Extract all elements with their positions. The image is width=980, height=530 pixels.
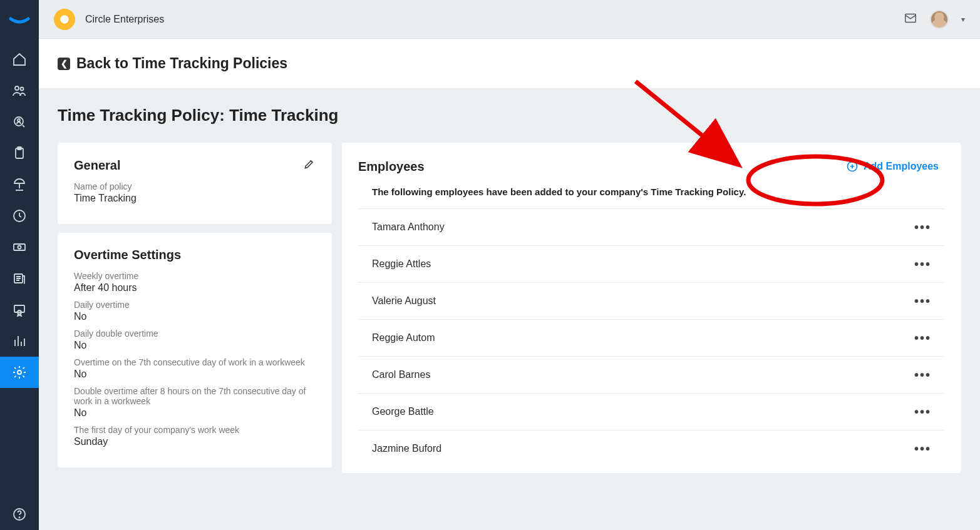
top-header: Circle Enterprises ▾ [39,0,980,39]
employee-name: Jazmine Buford [372,443,441,454]
page-title: Time Tracking Policy: Time Tracking [58,106,961,125]
svg-rect-10 [14,305,24,312]
employee-row: George Battle••• [358,393,945,430]
nav-search-person[interactable] [0,106,39,138]
employee-row: Carol Barnes••• [358,356,945,393]
back-arrow-icon: ❮ [58,58,70,70]
svg-rect-7 [14,244,25,250]
employees-title: Employees [358,160,425,174]
daily-double-ot-label: Daily double overtime [74,329,316,339]
nav-money[interactable] [0,232,39,263]
nav-news[interactable] [0,263,39,294]
employee-actions-menu[interactable]: ••• [914,261,931,267]
employees-card: Employees Add Employees The following em… [342,143,961,473]
back-link[interactable]: ❮ Back to Time Tracking Policies [58,55,961,72]
company-name: Circle Enterprises [85,14,164,25]
first-day-label: The first day of your company's work wee… [74,425,316,435]
back-link-label: Back to Time Tracking Policies [76,55,287,72]
first-day-value: Sunday [74,436,316,447]
employee-actions-menu[interactable]: ••• [914,409,931,415]
employee-name: George Battle [372,406,434,417]
svg-point-14 [19,517,20,518]
main-area: ❮ Back to Time Tracking Policies Time Tr… [39,39,980,530]
nav-timeoff[interactable] [0,169,39,200]
svg-point-1 [21,88,24,91]
employee-name: Carol Barnes [372,369,430,380]
double-seventh-ot-label: Double overtime after 8 hours on the 7th… [74,386,316,406]
daily-ot-label: Daily overtime [74,300,316,310]
back-bar: ❮ Back to Time Tracking Policies [39,39,980,88]
employee-actions-menu[interactable]: ••• [914,446,931,452]
employee-name: Reggie Attles [372,258,431,270]
employee-name: Reggie Autom [372,332,435,344]
employee-row: Tamara Anthony••• [358,208,945,245]
svg-point-3 [18,119,20,121]
nav-reports[interactable] [0,325,39,357]
svg-point-8 [18,246,21,249]
svg-rect-15 [905,14,916,22]
plus-circle-icon [846,160,859,173]
double-seventh-ot-value: No [74,407,316,419]
general-title: General [74,158,120,173]
general-card: General Name of policy Time Tracking [58,143,332,224]
employee-actions-menu[interactable]: ••• [914,224,931,230]
employees-note: The following employees have been added … [358,186,945,208]
employee-actions-menu[interactable]: ••• [914,335,931,341]
nav-help[interactable] [0,499,39,530]
employee-row: Reggie Attles••• [358,245,945,282]
policy-name-value: Time Tracking [74,193,316,204]
overtime-card: Overtime Settings Weekly overtime After … [58,233,332,467]
nav-clock[interactable] [0,200,39,232]
employee-name: Tamara Anthony [372,222,445,233]
employee-row: Reggie Autom••• [358,319,945,356]
nav-settings[interactable] [0,357,39,388]
nav-clipboard[interactable] [0,138,39,169]
mail-icon[interactable] [904,11,917,28]
app-logo [7,6,32,31]
daily-ot-value: No [74,311,316,322]
daily-double-ot-value: No [74,340,316,351]
weekly-ot-label: Weekly overtime [74,271,316,281]
employee-actions-menu[interactable]: ••• [914,298,931,304]
employee-name: Valerie August [372,295,436,307]
add-employees-label: Add Employees [864,161,939,172]
user-avatar[interactable] [930,10,949,29]
employee-actions-menu[interactable]: ••• [914,372,931,378]
add-employees-button[interactable]: Add Employees [840,158,945,175]
svg-point-0 [15,86,19,90]
sidebar [0,0,39,530]
svg-point-12 [18,370,21,374]
edit-general-button[interactable] [303,158,316,173]
weekly-ot-value: After 40 hours [74,282,316,293]
seventh-day-ot-value: No [74,369,316,380]
employee-row: Jazmine Buford••• [358,430,945,467]
company-logo [54,9,75,30]
nav-people[interactable] [0,75,39,106]
employee-row: Valerie August••• [358,282,945,319]
seventh-day-ot-label: Overtime on the 7th consecutive day of w… [74,357,316,367]
overtime-title: Overtime Settings [74,248,181,262]
nav-certificate[interactable] [0,294,39,325]
user-menu-chevron-icon[interactable]: ▾ [961,15,965,24]
policy-name-label: Name of policy [74,181,316,191]
nav-home[interactable] [0,44,39,75]
